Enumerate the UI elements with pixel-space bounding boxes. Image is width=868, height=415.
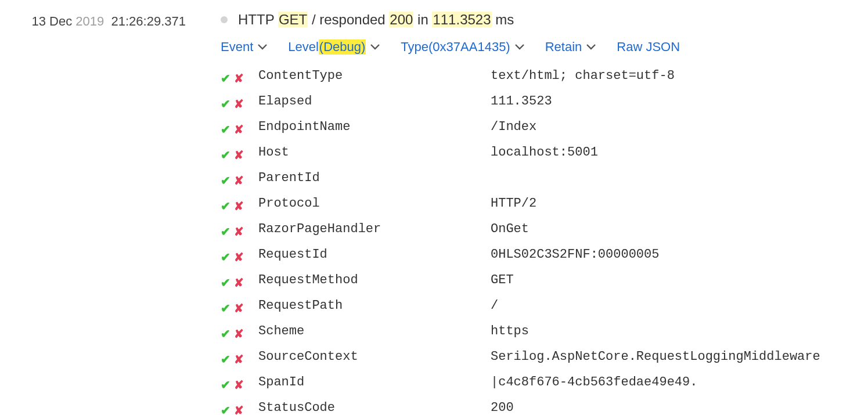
property-row: ✔✘RequestMethodGET xyxy=(221,268,856,294)
filter-level-value: (Debug) xyxy=(319,39,366,55)
exclude-filter-icon[interactable]: ✘ xyxy=(234,399,244,415)
filter-level[interactable]: Level (Debug) xyxy=(288,39,380,55)
properties-table: ✔✘ContentTypetext/html; charset=utf-8✔✘E… xyxy=(221,64,856,415)
property-row: ✔✘Hostlocalhost:5001 xyxy=(221,140,856,166)
property-value: 0HLS02C3S2FNF:00000005 xyxy=(491,243,856,267)
exclude-filter-icon[interactable]: ✘ xyxy=(234,93,244,115)
property-name: ParentId xyxy=(258,166,491,190)
include-filter-icon[interactable]: ✔ xyxy=(221,272,230,294)
filter-retain[interactable]: Retain xyxy=(545,39,596,55)
property-value: 200 xyxy=(491,396,856,415)
property-actions: ✔✘ xyxy=(221,192,258,217)
property-row: ✔✘Elapsed111.3523 xyxy=(221,89,856,115)
exclude-filter-icon[interactable]: ✘ xyxy=(234,374,244,396)
property-row: ✔✘ContentTypetext/html; charset=utf-8 xyxy=(221,64,856,89)
property-row: ✔✘RazorPageHandlerOnGet xyxy=(221,217,856,243)
include-filter-icon[interactable]: ✔ xyxy=(221,348,230,370)
property-value: text/html; charset=utf-8 xyxy=(491,64,856,88)
level-indicator-dot xyxy=(221,16,228,23)
log-event-row: 13 Dec 2019 21:26:29.371 HTTP GET / resp… xyxy=(0,0,868,415)
exclude-filter-icon[interactable]: ✘ xyxy=(234,221,244,243)
exclude-filter-icon[interactable]: ✘ xyxy=(234,169,244,192)
property-row: ✔✘StatusCode200 xyxy=(221,396,856,415)
property-row: ✔✘Schemehttps xyxy=(221,319,856,345)
exclude-filter-icon[interactable]: ✘ xyxy=(234,118,244,140)
property-row: ✔✘RequestPath/ xyxy=(221,294,856,319)
property-actions: ✔✘ xyxy=(221,319,258,345)
property-value: Serilog.AspNetCore.RequestLoggingMiddlew… xyxy=(491,345,856,369)
include-filter-icon[interactable]: ✔ xyxy=(221,118,230,140)
exclude-filter-icon[interactable]: ✘ xyxy=(234,348,244,370)
timestamp-year: 2019 xyxy=(75,14,104,28)
include-filter-icon[interactable]: ✔ xyxy=(221,93,230,115)
timestamp-date: 13 Dec xyxy=(32,14,73,28)
property-row: ✔✘ProtocolHTTP/2 xyxy=(221,192,856,217)
filter-event-label: Event xyxy=(221,39,253,55)
property-actions: ✔✘ xyxy=(221,294,258,319)
include-filter-icon[interactable]: ✔ xyxy=(221,144,230,166)
msg-method: GET xyxy=(278,12,308,27)
property-value: / xyxy=(491,294,856,318)
timestamp-time: 21:26:29.371 xyxy=(111,14,186,28)
include-filter-icon[interactable]: ✔ xyxy=(221,67,230,89)
filter-type[interactable]: Type (0x37AA1435) xyxy=(401,39,524,55)
exclude-filter-icon[interactable]: ✘ xyxy=(234,297,244,319)
property-name: SpanId xyxy=(258,370,491,395)
property-name: RequestMethod xyxy=(258,268,491,293)
timestamp: 13 Dec 2019 21:26:29.371 xyxy=(0,12,221,415)
property-actions: ✔✘ xyxy=(221,64,258,89)
property-name: Scheme xyxy=(258,319,491,344)
property-name: StatusCode xyxy=(258,396,491,415)
property-name: RequestPath xyxy=(258,294,491,318)
include-filter-icon[interactable]: ✔ xyxy=(221,169,230,192)
property-value: GET xyxy=(491,268,856,293)
include-filter-icon[interactable]: ✔ xyxy=(221,221,230,243)
property-row: ✔✘ParentId xyxy=(221,166,856,192)
property-actions: ✔✘ xyxy=(221,370,258,396)
property-row: ✔✘RequestId0HLS02C3S2FNF:00000005 xyxy=(221,243,856,268)
exclude-filter-icon[interactable]: ✘ xyxy=(234,195,244,217)
filter-type-label: Type xyxy=(401,39,428,55)
property-value: HTTP/2 xyxy=(491,192,856,216)
event-main: HTTP GET / responded 200 in 111.3523 ms … xyxy=(221,12,868,415)
event-message: HTTP GET / responded 200 in 111.3523 ms xyxy=(221,12,856,28)
property-value: OnGet xyxy=(491,217,856,241)
property-name: RazorPageHandler xyxy=(258,217,491,241)
filter-event[interactable]: Event xyxy=(221,39,267,55)
msg-prefix: HTTP xyxy=(238,12,278,27)
include-filter-icon[interactable]: ✔ xyxy=(221,399,230,415)
include-filter-icon[interactable]: ✔ xyxy=(221,246,230,268)
exclude-filter-icon[interactable]: ✘ xyxy=(234,246,244,268)
include-filter-icon[interactable]: ✔ xyxy=(221,297,230,319)
property-actions: ✔✘ xyxy=(221,345,258,370)
msg-suffix: ms xyxy=(492,12,514,27)
property-name: Host xyxy=(258,140,491,165)
property-name: Elapsed xyxy=(258,89,491,114)
property-row: ✔✘EndpointName/Index xyxy=(221,115,856,140)
include-filter-icon[interactable]: ✔ xyxy=(221,374,230,396)
property-name: RequestId xyxy=(258,243,491,267)
event-message-text: HTTP GET / responded 200 in 111.3523 ms xyxy=(238,12,514,28)
filter-bar: Event Level (Debug) Type (0x37AA1435) Re… xyxy=(221,39,856,55)
property-actions: ✔✘ xyxy=(221,89,258,115)
filter-type-value: (0x37AA1435) xyxy=(428,39,510,55)
chevron-down-icon xyxy=(586,44,596,50)
property-value: 111.3523 xyxy=(491,89,856,114)
msg-status: 200 xyxy=(389,12,413,27)
chevron-down-icon xyxy=(258,44,267,50)
property-name: EndpointName xyxy=(258,115,491,139)
raw-json-link[interactable]: Raw JSON xyxy=(617,39,680,55)
include-filter-icon[interactable]: ✔ xyxy=(221,323,230,345)
exclude-filter-icon[interactable]: ✘ xyxy=(234,67,244,89)
property-actions: ✔✘ xyxy=(221,217,258,243)
property-row: ✔✘SourceContextSerilog.AspNetCore.Reques… xyxy=(221,345,856,370)
exclude-filter-icon[interactable]: ✘ xyxy=(234,144,244,166)
property-actions: ✔✘ xyxy=(221,268,258,294)
exclude-filter-icon[interactable]: ✘ xyxy=(234,272,244,294)
property-value: |c4c8f676-4cb563fedae49e49. xyxy=(491,370,856,395)
property-name: ContentType xyxy=(258,64,491,88)
msg-mid1: / responded xyxy=(308,12,389,27)
exclude-filter-icon[interactable]: ✘ xyxy=(234,323,244,345)
include-filter-icon[interactable]: ✔ xyxy=(221,195,230,217)
filter-retain-label: Retain xyxy=(545,39,582,55)
